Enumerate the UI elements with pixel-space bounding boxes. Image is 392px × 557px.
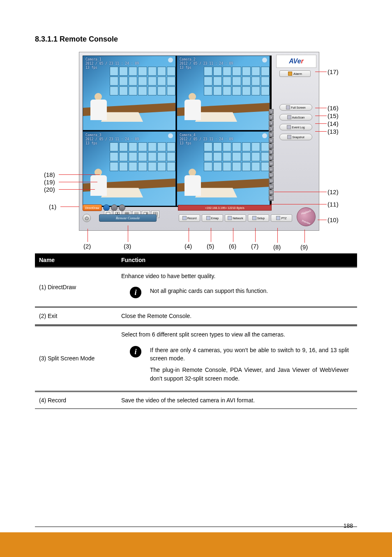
camera-tile-4[interactable]: Camera_42012 / 05 / 23 11 : 24 : 0913 fp…: [177, 131, 270, 206]
logo: AVer: [276, 55, 316, 68]
row-name: (1) DirectDraw: [35, 268, 117, 306]
cam-num[interactable]: 15: [269, 190, 274, 195]
cam-num[interactable]: 13: [269, 178, 274, 183]
callout-8: (8): [273, 244, 281, 251]
row-func-text: Select from 6 different split screen typ…: [121, 330, 353, 339]
bottom-row: ⏻ Remote Console Record Emap Network Set…: [83, 212, 317, 224]
gear-icon[interactable]: [168, 58, 173, 63]
row-name: (2) Exit: [35, 308, 117, 324]
cam-num[interactable]: 6: [269, 138, 274, 143]
ptz-button[interactable]: PTZ: [271, 214, 292, 222]
info-icon: i: [130, 287, 141, 298]
setup-icon: [252, 216, 256, 220]
cam-num[interactable]: 5: [269, 132, 274, 137]
round-button-1[interactable]: [103, 204, 110, 211]
footer-rule: [35, 527, 357, 527]
row-note: Not all graphic cards can support this f…: [150, 283, 353, 302]
alarm-icon: [288, 72, 292, 76]
video-area: Camera_12012 / 05 / 23 11 : 24 : 0913 fp…: [83, 56, 272, 207]
table-row: (4) Record Save the video of the selecte…: [35, 392, 357, 409]
ip-status-bar: <192.168.3.195> 12210 Byte/s: [178, 205, 272, 211]
camera-tile-1[interactable]: Camera_12012 / 05 / 23 11 : 24 : 0913 fp…: [83, 56, 176, 130]
record-icon: [182, 216, 187, 220]
autoscan-button[interactable]: AutoScan: [279, 114, 312, 121]
callout-12: (12): [327, 188, 339, 195]
callout-20: (20): [44, 186, 55, 193]
ptz-icon: [276, 216, 280, 220]
snapshot-button[interactable]: Snapshot: [279, 134, 312, 140]
cam-num[interactable]: 14: [269, 184, 274, 189]
round-button-2[interactable]: [111, 204, 118, 211]
monitor-wall: [204, 67, 270, 95]
snapshot-icon: [287, 135, 291, 139]
cam-num[interactable]: 4: [269, 126, 274, 132]
cam-num[interactable]: 8: [269, 149, 274, 155]
cam-num[interactable]: 3: [269, 121, 274, 126]
fullscreen-icon: [286, 105, 290, 109]
camera-tile-3[interactable]: Camera_32012 / 05 / 23 11 : 24 : 0913 fp…: [83, 131, 176, 206]
playback-preview-dial[interactable]: Playback Preview: [297, 207, 316, 226]
page-number: 188: [344, 522, 353, 529]
callout-11: (11): [327, 201, 339, 208]
emap-icon: [206, 216, 210, 220]
right-column: AVer Alarm Full Screen AutoScan Event Lo…: [276, 55, 316, 227]
row-func: Save the video of the selected camera in…: [117, 392, 357, 408]
table-header: Name Function: [35, 253, 357, 267]
table-row: (1) DirectDraw Enhance video to have bet…: [35, 267, 357, 308]
callout-18: (18): [44, 171, 55, 178]
callout-4: (4): [184, 243, 192, 250]
callout-15: (15): [327, 112, 339, 119]
setup-button[interactable]: Setup: [248, 214, 269, 222]
cam-num[interactable]: 10: [269, 161, 274, 166]
directdraw-button[interactable]: DirectDraw: [83, 204, 102, 211]
callout-14: (14): [327, 120, 339, 127]
callout-9: (9): [300, 244, 308, 251]
header-func: Function: [117, 253, 357, 267]
cam-num[interactable]: 11: [269, 167, 274, 172]
figure-wrap: Camera_12012 / 05 / 23 11 : 24 : 0913 fp…: [40, 52, 352, 245]
callout-6: (6): [229, 243, 236, 250]
power-button[interactable]: ⏻: [83, 214, 91, 222]
table-row: (3) Split Screen Mode Select from 6 diff…: [35, 325, 357, 392]
callout-16: (16): [327, 104, 339, 111]
person: [86, 93, 115, 130]
emap-button[interactable]: Emap: [202, 214, 223, 222]
eventlog-button[interactable]: Event Log: [279, 124, 312, 130]
cam-num[interactable]: 7: [269, 144, 274, 149]
cam-num[interactable]: 9: [269, 155, 274, 160]
header-name: Name: [35, 253, 117, 267]
cam-num[interactable]: 16: [269, 195, 274, 201]
callout-3: (3): [124, 243, 131, 250]
remote-console-label: Remote Console: [99, 214, 157, 222]
gear-icon[interactable]: [262, 133, 267, 138]
gear-icon[interactable]: [168, 133, 173, 138]
cam-num[interactable]: 12: [269, 172, 274, 178]
cam-num[interactable]: 2: [269, 115, 274, 120]
fullscreen-button[interactable]: Full Screen: [279, 104, 312, 111]
callout-13: (13): [327, 128, 339, 135]
row-name: (3) Split Screen Mode: [35, 326, 117, 391]
camera-number-list: 1 2 3 4 5 6 7 8 9 10 11 12 13 14 15 16: [269, 109, 274, 201]
callout-10: (10): [327, 216, 339, 223]
callout-5: (5): [207, 243, 214, 250]
row-note: If there are only 4 cameras, you won't b…: [150, 346, 349, 363]
network-button[interactable]: Network: [225, 214, 246, 222]
alarm-button[interactable]: Alarm: [279, 70, 311, 77]
monitor-wall: [110, 142, 175, 171]
table-row: (2) Exit Close the Remote Console.: [35, 308, 357, 325]
autoscan-icon: [287, 115, 291, 119]
cam-num[interactable]: 1: [269, 109, 274, 114]
gear-icon[interactable]: [262, 58, 267, 63]
camera-tile-2[interactable]: Camera_22012 / 05 / 23 11 : 24 : 0913 fp…: [177, 56, 270, 130]
eventlog-icon: [287, 125, 291, 129]
info-icon: i: [130, 346, 141, 357]
network-icon: [228, 216, 232, 220]
round-button-3[interactable]: [119, 204, 125, 211]
page-footer: 188: [0, 532, 392, 557]
record-button[interactable]: Record: [179, 214, 200, 222]
row-name: (4) Record: [35, 392, 117, 408]
callout-1: (1): [49, 203, 56, 210]
callout-17: (17): [327, 68, 339, 75]
row-func: Close the Remote Console.: [117, 308, 357, 324]
playback-label: Playback: [297, 208, 315, 217]
